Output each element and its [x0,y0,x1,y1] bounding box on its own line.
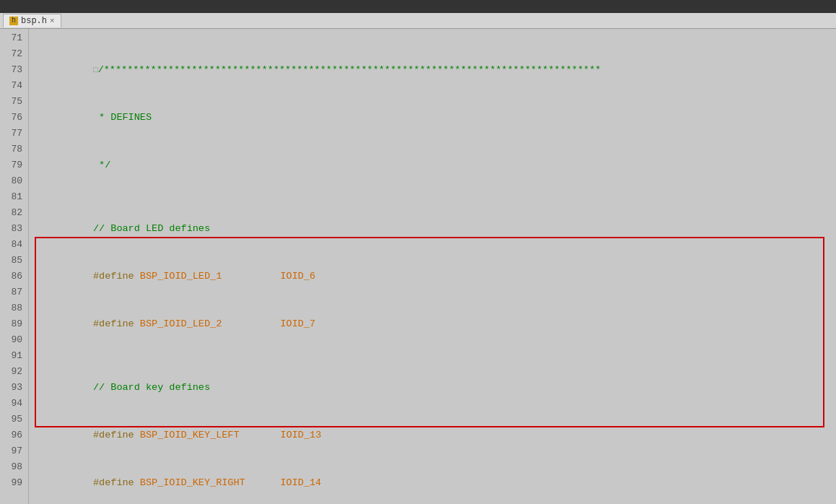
line-num-97: 97 [6,443,22,459]
line-num-96: 96 [6,427,22,443]
code-area: 71 72 73 74 75 76 77 78 79 80 81 82 83 8… [0,29,836,504]
tab-label: bsp.h [21,16,47,26]
line-num-92: 92 [6,364,22,380]
code-line-79 [35,348,830,364]
line-num-83: 83 [6,221,22,237]
line-num-82: 82 [6,205,22,221]
tab-bar: h bsp.h × [0,13,836,29]
value-82: IOID_14 [280,477,321,488]
line-num-93: 93 [6,380,22,396]
code-line-82: #define BSP_IOID_KEY_RIGHT IOID_14 [35,459,830,504]
ident-78: BSP_IOID_LED_2 [140,318,222,329]
value-81: IOID_13 [280,430,321,440]
preproc-81: #define [93,430,140,440]
line-num-99: 99 [6,475,22,491]
line-num-91: 91 [6,348,22,364]
line-num-75: 75 [6,94,22,110]
line-num-84: 84 [6,237,22,253]
file-type-icon: h [9,17,18,25]
code-line-71 [35,30,830,46]
code-line-73: * DEFINES [35,94,830,142]
line-num-80: 80 [6,173,22,189]
line-num-90: 90 [6,332,22,348]
code-line-81: #define BSP_IOID_KEY_LEFT IOID_13 [35,412,830,459]
line-num-95: 95 [6,412,22,427]
line-num-89: 89 [6,316,22,332]
line-num-78: 78 [6,142,22,157]
line-num-88: 88 [6,300,22,316]
line-num-81: 81 [6,189,22,205]
comment-73: * DEFINES [93,112,152,123]
tab-close-button[interactable]: × [50,17,55,25]
line-num-71: 71 [6,30,22,46]
comment-76: // Board LED defines [93,223,210,234]
code-line-80: // Board key defines [35,364,830,412]
preproc-82: #define [93,477,140,488]
comment-80: // Board key defines [93,382,210,393]
line-num-79: 79 [6,157,22,173]
value-77: IOID_6 [280,271,315,282]
ident-81: BSP_IOID_KEY_LEFT [140,430,240,440]
ident-77: BSP_IOID_LED_1 [140,271,222,282]
code-line-76: // Board LED defines [35,205,830,253]
line-num-94: 94 [6,396,22,412]
lines-wrapper: □/**************************************… [35,30,830,504]
line-num-73: 73 [6,62,22,78]
code-line-72: □/**************************************… [35,46,830,94]
code-line-75 [35,189,830,205]
line-num-74: 74 [6,78,22,94]
line-num-86: 86 [6,269,22,284]
code-line-74: */ [35,142,830,189]
line-num-76: 76 [6,110,22,126]
code-line-77: #define BSP_IOID_LED_1 IOID_6 [35,253,830,300]
window-title-bar [6,2,8,11]
line-num-98: 98 [6,459,22,475]
file-tab[interactable]: h bsp.h × [3,14,61,27]
line-num-72: 72 [6,46,22,62]
line-num-85: 85 [6,253,22,269]
ident-82: BSP_IOID_KEY_RIGHT [140,477,245,488]
preproc-77: #define [93,271,140,282]
line-num-87: 87 [6,284,22,300]
code-content[interactable]: □/**************************************… [29,29,836,504]
comment-74: */ [93,160,110,170]
code-line-78: #define BSP_IOID_LED_2 IOID_7 [35,300,830,348]
value-78: IOID_7 [280,318,315,329]
line-numbers: 71 72 73 74 75 76 77 78 79 80 81 82 83 8… [0,29,29,504]
line-num-77: 77 [6,126,22,142]
comment-72: /***************************************… [98,64,601,75]
editor-container: h bsp.h × 71 72 73 74 75 76 77 78 79 80 … [0,0,836,504]
preproc-78: #define [93,318,140,329]
